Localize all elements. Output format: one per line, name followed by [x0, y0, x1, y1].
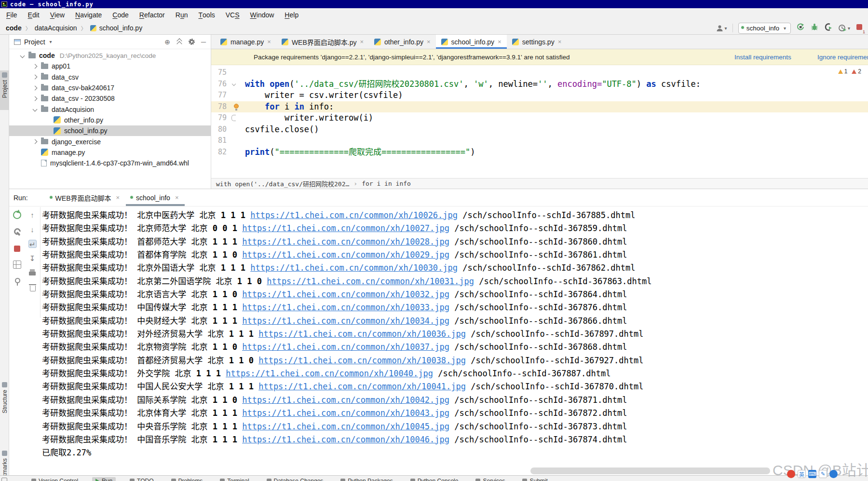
menu-item-tools[interactable]: Tools [193, 8, 220, 22]
toolwindow-button-todo[interactable]: TODO [126, 477, 157, 481]
console-image-link[interactable]: https://t1.chei.com.cn/common/xh/10040.j… [226, 369, 433, 378]
print-icon[interactable] [28, 269, 37, 277]
inspection-widget[interactable]: 1 2 [838, 68, 861, 75]
tree-expand-icon[interactable] [21, 54, 28, 57]
menu-item-refactor[interactable]: Refactor [134, 8, 170, 22]
project-panel-title[interactable]: Project [24, 38, 45, 46]
tree-expand-icon[interactable] [33, 97, 41, 100]
menu-item-file[interactable]: File [1, 8, 23, 22]
layout-icon[interactable] [13, 261, 21, 269]
pin-icon[interactable] [13, 277, 21, 286]
editor-tab-school-info-py[interactable]: school_info.py× [436, 35, 507, 49]
close-icon[interactable]: × [267, 38, 271, 45]
toolwindow-button-terminal[interactable]: Terminal [217, 477, 252, 481]
ime-language-icon[interactable]: 英 [798, 470, 806, 478]
menu-item-edit[interactable]: Edit [23, 8, 45, 22]
toolwindow-button-submit[interactable]: Submit [519, 477, 551, 481]
code-line-77[interactable]: 77 writer = csv.writer(csvfile) [211, 90, 868, 101]
gear-icon[interactable] [189, 39, 195, 45]
console-image-link[interactable]: https://t1.chei.com.cn/common/xh/10043.j… [242, 408, 449, 418]
clear-icon[interactable] [28, 283, 37, 291]
tool-window-toggle-icon[interactable] [1, 478, 7, 481]
close-icon[interactable]: × [427, 38, 431, 45]
console-image-link[interactable]: https://t1.chei.com.cn/common/xh/10033.j… [242, 302, 449, 312]
console-image-link[interactable]: https://t1.chei.com.cn/common/xh/10026.j… [250, 210, 458, 220]
run-coverage-button[interactable] [824, 23, 833, 33]
toolwindow-button-version-control[interactable]: Version Control [28, 477, 81, 481]
stripe-tab-project[interactable]: Project [0, 70, 9, 110]
console-image-link[interactable]: https://t1.chei.com.cn/common/xh/10034.j… [242, 316, 449, 326]
tree-item-school-info-py[interactable]: school_info.py [9, 125, 211, 136]
tree-item-data-csv-bak240617[interactable]: data_csv-bak240617 [9, 82, 211, 93]
console-image-link[interactable]: https://t1.chei.com.cn/common/xh/10029.j… [242, 250, 449, 260]
tree-item-manage-py[interactable]: manage.py [9, 147, 211, 158]
tree-item-data-csv[interactable]: data_csv [9, 72, 211, 82]
tree-item-app01[interactable]: app01 [9, 61, 211, 71]
tree-item-other-info-py[interactable]: other_info.py [9, 115, 211, 125]
menu-item-run[interactable]: Run [170, 8, 193, 22]
ime-tools-icon[interactable]: ✎ [819, 470, 827, 478]
fold-arrow-icon[interactable] [232, 82, 236, 85]
console-image-link[interactable]: https://t1.chei.com.cn/common/xh/10028.j… [242, 237, 449, 247]
breadcrumb-item[interactable]: dataAcquision [35, 24, 77, 32]
editor-tab-other-info-py[interactable]: other_info.py× [369, 35, 436, 49]
user-icon[interactable]: ▾ [716, 24, 727, 32]
collapse-all-icon[interactable] [176, 39, 182, 45]
menu-item-view[interactable]: View [45, 8, 70, 22]
close-icon[interactable]: × [116, 194, 120, 201]
console-image-link[interactable]: https://t1.chei.com.cn/common/xh/10027.j… [242, 223, 449, 233]
tree-item-data-csv-20230508[interactable]: data_csv - 20230508 [9, 93, 211, 104]
ime-settings-icon[interactable] [829, 470, 838, 478]
ime-keyboard-icon[interactable]: ⌨ [808, 470, 816, 478]
editor-tab-web-py[interactable]: WEB界面启动脚本.py× [276, 35, 369, 49]
console-image-link[interactable]: https://t1.chei.com.cn/common/xh/10038.j… [258, 356, 466, 365]
close-icon[interactable]: × [360, 38, 364, 45]
fold-region-icon[interactable] [231, 115, 236, 121]
tree-expand-icon[interactable] [33, 108, 41, 111]
console-image-link[interactable]: https://t1.chei.com.cn/common/xh/10042.j… [242, 395, 449, 405]
run-configuration-select[interactable]: school_info ▾ [738, 23, 791, 34]
stop-icon[interactable] [14, 246, 20, 252]
hide-panel-icon[interactable]: ─ [201, 38, 206, 46]
console-image-link[interactable]: https://t1.chei.com.cn/common/xh/10030.j… [250, 263, 458, 273]
console-image-link[interactable]: https://t1.chei.com.cn/common/xh/10037.j… [242, 342, 449, 352]
code-line-82[interactable]: 82print("==============爬取完成=============… [211, 147, 868, 158]
toolwindow-button-database-changes[interactable]: Database Changes [263, 477, 327, 481]
hint-context-left[interactable]: with open('../data_csv/研招网院校202… [216, 179, 349, 188]
toolwindow-button-python-console[interactable]: Python Console [407, 477, 462, 481]
code-line-75[interactable]: 75 [211, 67, 868, 79]
settings-icon[interactable] [13, 228, 21, 236]
code-editor[interactable]: 7576with open('../data_csv/研招网院校20230801… [211, 65, 868, 178]
horizontal-scrollbar[interactable] [530, 467, 770, 474]
rerun-icon[interactable] [13, 211, 21, 219]
menu-item-help[interactable]: Help [279, 8, 304, 22]
toolwindow-button-python-packages[interactable]: Python Packages [337, 477, 396, 481]
console-image-link[interactable]: https://t1.chei.com.cn/common/xh/10032.j… [242, 289, 449, 299]
profiler-button[interactable]: ▾ [838, 24, 850, 32]
debug-button[interactable] [810, 23, 819, 33]
code-line-79[interactable]: 79 writer.writerow(i) [211, 112, 868, 124]
stripe-tab-structure[interactable]: Structure [0, 380, 9, 430]
code-line-81[interactable]: 81 [211, 135, 868, 147]
breadcrumb-item[interactable]: school_info.py [99, 24, 143, 32]
code-line-80[interactable]: 80csvfile.close() [211, 124, 868, 136]
console-image-link[interactable]: https://t1.chei.com.cn/common/xh/10031.j… [267, 276, 474, 286]
tree-item-dataacquision[interactable]: dataAcquision [9, 104, 211, 114]
down-icon[interactable]: ↓ [28, 225, 37, 234]
tree-expand-icon[interactable] [33, 86, 41, 90]
tree-expand-icon[interactable] [33, 140, 41, 143]
menu-item-window[interactable]: Window [245, 8, 280, 22]
console-image-link[interactable]: https://t1.chei.com.cn/common/xh/10045.j… [242, 422, 449, 431]
tree-item-mysqlclient-1-4-6-cp37-cp37m-win-amd64-whl[interactable]: mysqlclient-1.4.6-cp37-cp37m-win_amd64.w… [9, 158, 211, 168]
toolwindow-button-services[interactable]: Services [472, 477, 508, 481]
install-requirements-link[interactable]: Install requirements [734, 54, 791, 61]
intention-bulb-icon[interactable] [234, 104, 239, 109]
tree-item-code[interactable]: codeD:\Python2025_kaoyan_rec\code [9, 50, 211, 61]
close-icon[interactable]: × [498, 38, 502, 45]
ignore-requirements-link[interactable]: Ignore requirements [817, 54, 868, 61]
ime-logo-icon[interactable] [787, 470, 795, 478]
close-icon[interactable]: × [558, 38, 562, 45]
toolwindow-button-problems[interactable]: Problems [168, 477, 206, 481]
toolwindow-button-run[interactable]: Run [92, 477, 116, 481]
console-output[interactable]: 考研数据爬虫采集成功！ 北京中医药大学 北京 1 1 1 https://t1.… [42, 209, 868, 460]
